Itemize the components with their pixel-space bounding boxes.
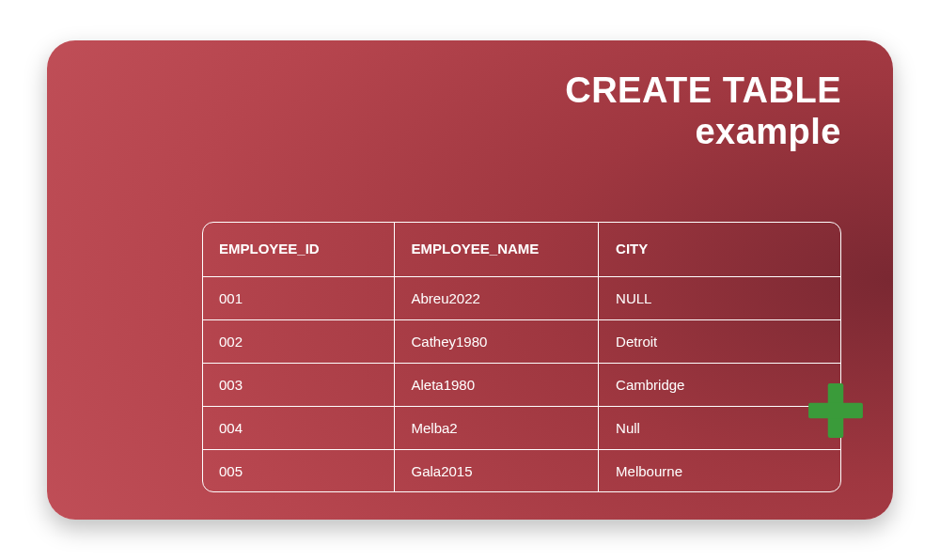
cell-city: NULL bbox=[599, 276, 841, 319]
cell-employee-name: Aleta1980 bbox=[394, 363, 599, 406]
cell-employee-name: Cathey1980 bbox=[394, 319, 599, 363]
cell-employee-id: 001 bbox=[202, 276, 394, 319]
column-header-employee-name: EMPLOYEE_NAME bbox=[394, 222, 599, 276]
table-header-row: EMPLOYEE_ID EMPLOYEE_NAME CITY bbox=[202, 222, 841, 276]
table-row: 002 Cathey1980 Detroit bbox=[202, 319, 841, 363]
table-container: EMPLOYEE_ID EMPLOYEE_NAME CITY 001 Abreu… bbox=[202, 222, 841, 492]
cell-employee-name: Gala2015 bbox=[394, 449, 599, 492]
column-header-employee-id: EMPLOYEE_ID bbox=[202, 222, 394, 276]
cell-employee-name: Abreu2022 bbox=[394, 276, 599, 319]
cell-employee-id: 004 bbox=[202, 406, 394, 449]
cell-employee-name: Melba2 bbox=[394, 406, 599, 449]
page-title: CREATE TABLE example bbox=[99, 70, 841, 152]
cell-city: Melbourne bbox=[599, 449, 841, 492]
plus-icon bbox=[807, 381, 865, 440]
cell-employee-id: 005 bbox=[202, 449, 394, 492]
table-row: 003 Aleta1980 Cambridge bbox=[202, 363, 841, 406]
employee-table: EMPLOYEE_ID EMPLOYEE_NAME CITY 001 Abreu… bbox=[202, 222, 841, 492]
cell-city: Null bbox=[599, 406, 841, 449]
cell-employee-id: 002 bbox=[202, 319, 394, 363]
card: CREATE TABLE example EMPLOYEE_ID EMPLOYE… bbox=[47, 40, 893, 520]
column-header-city: CITY bbox=[599, 222, 841, 276]
title-line-2: example bbox=[99, 112, 841, 153]
title-line-1: CREATE TABLE bbox=[99, 70, 841, 112]
table-row: 001 Abreu2022 NULL bbox=[202, 276, 841, 319]
cell-employee-id: 003 bbox=[202, 363, 394, 406]
table-row: 004 Melba2 Null bbox=[202, 406, 841, 449]
svg-rect-1 bbox=[808, 403, 863, 419]
cell-city: Detroit bbox=[599, 319, 841, 363]
table-row: 005 Gala2015 Melbourne bbox=[202, 449, 841, 492]
cell-city: Cambridge bbox=[599, 363, 841, 406]
